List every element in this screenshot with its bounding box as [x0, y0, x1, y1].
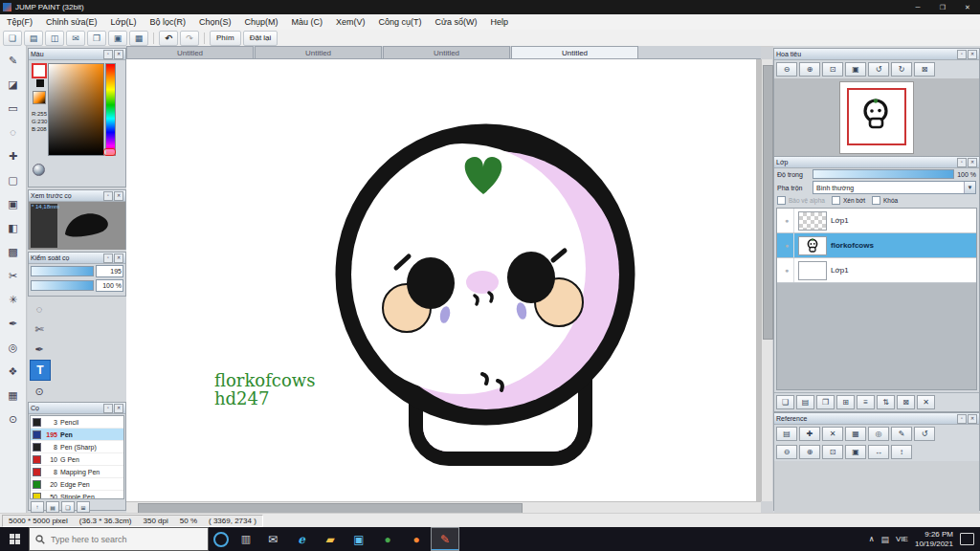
- brush-settings-button[interactable]: ⊞: [77, 501, 90, 513]
- taskbar-app-green[interactable]: ●: [373, 527, 402, 551]
- magic-wand-tool-button[interactable]: ✳: [4, 290, 23, 309]
- paste-button[interactable]: ▣: [108, 31, 127, 46]
- brush-folder-button[interactable]: ▤: [46, 501, 59, 513]
- menu-edit[interactable]: Chỉnh sửa(E): [39, 14, 104, 30]
- taskbar-app-store[interactable]: ▣: [345, 527, 373, 551]
- blend-mode-select[interactable]: Bình thường ▼: [813, 181, 976, 194]
- brush-up-button[interactable]: ↑: [31, 501, 44, 513]
- menu-filter[interactable]: Bộ lọc(R): [143, 14, 192, 30]
- clear-layer-button[interactable]: ⊠: [897, 395, 915, 409]
- select-rect-tool-button[interactable]: ▭: [4, 99, 23, 118]
- alpha-protect-checkbox[interactable]: [777, 196, 786, 205]
- layer-visibility-icon[interactable]: ●: [780, 258, 794, 282]
- text-tool-button[interactable]: T: [30, 360, 51, 381]
- target-tool-button[interactable]: ◎: [4, 338, 23, 357]
- minimize-button[interactable]: ─: [905, 0, 930, 14]
- reference-actual-button[interactable]: ▣: [845, 445, 866, 459]
- background-color-swatch[interactable]: [36, 79, 44, 87]
- panel-close-button[interactable]: ✕: [114, 50, 123, 59]
- rotate-right-button[interactable]: ↻: [891, 62, 912, 77]
- new-file-button[interactable]: ❏: [3, 31, 22, 46]
- navigator-viewport-rect[interactable]: [847, 88, 906, 145]
- document-tab[interactable]: Untitled: [126, 46, 254, 58]
- taskbar-clock[interactable]: 9:26 PM 10/19/2021: [915, 530, 953, 549]
- magnifier-tool-button[interactable]: ⊙: [30, 382, 49, 401]
- reference-clear-button[interactable]: ✕: [822, 427, 843, 441]
- panel-close-button[interactable]: ✕: [114, 191, 123, 201]
- reference-zoom-out-button[interactable]: ⊖: [776, 445, 797, 459]
- grid-button[interactable]: ▦: [129, 31, 148, 46]
- reference-pin-button[interactable]: ◎: [868, 427, 889, 441]
- taskbar-app-edge[interactable]: e: [287, 527, 316, 551]
- reference-grid-button[interactable]: ▦: [845, 427, 866, 441]
- symmetry-tool-button[interactable]: ❖: [4, 362, 23, 381]
- brush-new-button[interactable]: ❏: [61, 501, 75, 513]
- reset-view-button[interactable]: ⊠: [914, 62, 935, 77]
- start-button[interactable]: [0, 527, 29, 551]
- menu-help[interactable]: Help: [484, 14, 516, 30]
- layer-row-selected[interactable]: ● florkofcows: [777, 233, 976, 258]
- vertical-scroll-thumb[interactable]: [763, 65, 773, 340]
- brush-row[interactable]: 10 G Pen: [31, 453, 123, 466]
- panel-close-button[interactable]: ✕: [114, 404, 123, 413]
- layer-row[interactable]: ● Lớp1: [777, 209, 976, 233]
- keyboard-icon[interactable]: ▤: [881, 535, 890, 544]
- eraser-tool-button[interactable]: ◪: [4, 75, 23, 94]
- hue-slider-marker[interactable]: [103, 148, 116, 156]
- panel-collapse-button[interactable]: ▫: [957, 50, 967, 59]
- new-folder-button[interactable]: ▤: [796, 395, 814, 409]
- taskbar-app-mail[interactable]: ✉: [258, 527, 287, 551]
- saturation-value-picker[interactable]: [48, 63, 104, 156]
- vertical-scrollbar[interactable]: [761, 59, 772, 501]
- menu-select[interactable]: Chọn(S): [192, 14, 238, 30]
- panel-collapse-button[interactable]: ▫: [103, 253, 113, 263]
- brush-opacity-value[interactable]: 100 %: [96, 279, 123, 292]
- close-button[interactable]: ✕: [955, 0, 980, 14]
- brush-row[interactable]: 3 Pencil: [31, 416, 123, 429]
- pen-tool-button[interactable]: ✎: [4, 51, 23, 70]
- gradient-tool-button[interactable]: ◧: [4, 218, 23, 237]
- lock-checkbox[interactable]: [872, 196, 880, 205]
- scissors-tool-button[interactable]: ✂: [4, 266, 23, 285]
- redo-button[interactable]: ↷: [180, 31, 199, 46]
- keys-button[interactable]: Phím: [210, 31, 241, 46]
- actual-size-button[interactable]: ▣: [845, 62, 866, 77]
- duplicate-layer-button[interactable]: ❐: [816, 395, 835, 409]
- mini-gradient-swatch[interactable]: [33, 91, 46, 104]
- hue-slider[interactable]: [105, 63, 116, 156]
- canvas-viewport[interactable]: florkofcows hd247: [126, 59, 761, 501]
- action-center-icon[interactable]: [960, 533, 974, 545]
- nib-tool-button[interactable]: ✒: [4, 314, 23, 333]
- new-layer-button[interactable]: ❏: [776, 395, 794, 409]
- brush-row[interactable]: 8 Pen (Sharp): [31, 441, 123, 453]
- grid-tool-button[interactable]: ▦: [4, 386, 23, 405]
- panel-collapse-button[interactable]: ▫: [957, 158, 967, 167]
- brush-opacity-slider[interactable]: [31, 280, 94, 291]
- taskbar-app-orange[interactable]: ●: [402, 527, 431, 551]
- panel-collapse-button[interactable]: ▫: [957, 414, 967, 424]
- panel-collapse-button[interactable]: ▫: [103, 50, 113, 59]
- layer-opacity-slider[interactable]: [813, 169, 954, 179]
- zoom-tool-button[interactable]: ⊙: [4, 409, 23, 429]
- save-button[interactable]: ◫: [45, 31, 64, 46]
- lasso-tool-button[interactable]: ◌: [4, 122, 23, 142]
- fill-tool-button[interactable]: ▣: [4, 194, 23, 213]
- fit-window-button[interactable]: ⊡: [822, 62, 843, 77]
- layer-visibility-icon[interactable]: ●: [780, 209, 794, 232]
- menu-capture[interactable]: Chụp(M): [238, 14, 285, 30]
- crop-tool-button[interactable]: ▢: [4, 170, 23, 189]
- taskbar-search[interactable]: [29, 527, 209, 551]
- reference-zoom-in-button[interactable]: ⊕: [799, 445, 820, 459]
- menu-color[interactable]: Màu (C): [285, 14, 330, 30]
- panel-close-button[interactable]: ✕: [114, 253, 123, 263]
- document-tab[interactable]: Untitled: [383, 46, 510, 58]
- undo-button[interactable]: ↶: [159, 31, 178, 46]
- reference-reset-button[interactable]: ↺: [914, 427, 935, 441]
- tone-tool-button[interactable]: ▩: [4, 242, 23, 261]
- brush-size-value[interactable]: 195: [96, 265, 123, 277]
- panel-close-button[interactable]: ✕: [968, 158, 977, 167]
- foreground-color-swatch[interactable]: [32, 63, 47, 78]
- taskbar-app-jump-paint-active[interactable]: ✎: [431, 527, 459, 551]
- clip-checkbox[interactable]: [832, 196, 840, 205]
- color-sphere-icon[interactable]: [33, 164, 45, 176]
